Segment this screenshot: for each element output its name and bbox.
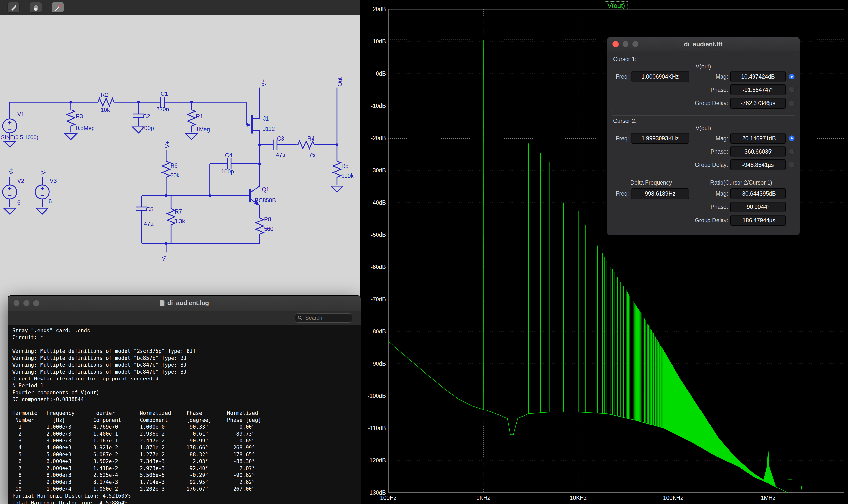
resistor-R2[interactable] — [96, 98, 115, 106]
component-value[interactable]: 6 — [49, 198, 52, 204]
net-flag-vminus[interactable]: V- — [40, 169, 47, 175]
cursor1-phase-radio[interactable] — [789, 87, 795, 93]
voltage-source-V3[interactable] — [35, 185, 49, 199]
capacitor-C2[interactable] — [133, 114, 144, 118]
resistor-R3[interactable] — [67, 108, 75, 127]
close-button[interactable] — [13, 300, 20, 306]
log-titlebar[interactable]: di_audient.log — [8, 295, 361, 311]
component-label[interactable]: C1 — [161, 91, 168, 97]
wires[interactable] — [10, 88, 337, 252]
search-field[interactable] — [295, 313, 352, 323]
probe-tool-button[interactable] — [52, 2, 64, 13]
net-flag-vplus[interactable]: V+ — [164, 141, 170, 148]
capacitor-C3[interactable] — [273, 140, 277, 150]
component-label[interactable]: C4 — [225, 152, 232, 159]
component-label[interactable]: R7 — [175, 209, 182, 215]
component-value[interactable]: 100p — [141, 125, 154, 131]
resistor-R5[interactable] — [333, 160, 341, 178]
component-value[interactable]: 3.3k — [174, 218, 185, 224]
delta-freq-value[interactable]: 998.6189Hz — [631, 188, 689, 199]
component-value[interactable]: 1Meg — [196, 126, 210, 133]
component-value[interactable]: BC850B — [255, 197, 276, 203]
component-value[interactable]: SINE(0 5 1000) — [1, 134, 38, 140]
component-value[interactable]: 6 — [17, 199, 20, 206]
net-flag-vplus[interactable]: V+ — [8, 167, 14, 175]
close-button[interactable] — [613, 41, 619, 47]
component-value[interactable]: 10k — [101, 107, 110, 113]
net-flag-vminus[interactable]: V- — [161, 256, 167, 261]
fft-cursor-dialog[interactable]: di_audient.fft Cursor 1: V(out) Freq: 1.… — [607, 37, 800, 235]
voltage-source-V2[interactable] — [3, 185, 17, 199]
cursor1-mag-radio[interactable] — [789, 74, 795, 79]
dialog-titlebar[interactable]: di_audient.fft — [607, 37, 799, 51]
trace-label[interactable]: V(out) — [605, 1, 628, 10]
component-label[interactable]: R1 — [196, 113, 203, 120]
jfet-J1[interactable] — [247, 115, 252, 133]
cursor2-phase-value[interactable]: -360.66035° — [730, 146, 786, 157]
cursor2-freq-value[interactable]: 1.9993093KHz — [631, 133, 689, 144]
component-value[interactable]: 100k — [341, 173, 354, 179]
resistor-R4[interactable] — [296, 141, 315, 149]
component-label[interactable]: R8 — [264, 216, 271, 222]
cursor1-freq-value[interactable]: 1.0006904KHz — [631, 71, 689, 82]
resistor-R1[interactable] — [188, 108, 195, 127]
wire-tool-button[interactable] — [7, 2, 20, 13]
cursor2-mag-value[interactable]: -20.146971dB — [730, 133, 786, 144]
minimize-button[interactable] — [623, 41, 629, 47]
component-label[interactable]: C3 — [277, 136, 284, 142]
component-value[interactable]: 47µ — [144, 221, 154, 227]
resistor-R7[interactable] — [167, 207, 175, 226]
component-label[interactable]: R2 — [101, 92, 108, 98]
cursor1-group-delay-value[interactable]: -762.37346µs — [730, 98, 786, 109]
zoom-button[interactable] — [632, 41, 638, 47]
pan-tool-button[interactable] — [30, 2, 42, 13]
delta-mag-value[interactable]: -30.644395dB — [730, 188, 786, 199]
net-flag-vplus[interactable]: V+ — [260, 79, 267, 86]
ground-symbol[interactable] — [4, 141, 16, 147]
component-value[interactable]: 100p — [221, 168, 234, 175]
delta-group-delay-value[interactable]: -186.47944µs — [730, 215, 786, 226]
voltage-source-V1[interactable] — [3, 119, 17, 133]
cursor2-mag-radio[interactable] — [789, 136, 795, 141]
component-value[interactable]: 0.5Meg — [76, 125, 95, 131]
ground-symbol[interactable] — [36, 208, 48, 214]
component-value[interactable]: 30k — [170, 172, 180, 179]
component-label[interactable]: R3 — [76, 113, 83, 120]
cursor2-group-delay-value[interactable]: -948.8541µs — [730, 160, 786, 170]
cursor1-phase-value[interactable]: -91.564747° — [730, 85, 786, 95]
component-value[interactable]: 47µ — [276, 151, 286, 158]
minimize-button[interactable] — [23, 300, 30, 306]
component-label[interactable]: Q1 — [262, 186, 269, 193]
ground-symbol[interactable] — [331, 186, 343, 192]
net-flag-out[interactable]: Out — [337, 77, 343, 87]
component-label[interactable]: C2 — [143, 113, 150, 120]
component-label[interactable]: V2 — [17, 178, 24, 184]
capacitor-C5[interactable] — [136, 207, 147, 211]
component-value[interactable]: J112 — [263, 126, 275, 132]
component-label[interactable]: J1 — [263, 115, 269, 122]
component-label[interactable]: V3 — [50, 178, 57, 184]
resistor-R8[interactable] — [256, 216, 264, 235]
cursor2-group-delay-radio[interactable] — [789, 162, 795, 168]
zoom-button[interactable] — [33, 300, 39, 306]
component-label[interactable]: R5 — [341, 163, 348, 169]
ground-symbol[interactable] — [65, 133, 77, 140]
log-line: N-Period=1 — [12, 382, 361, 389]
search-input[interactable] — [305, 314, 347, 321]
component-label[interactable]: R6 — [170, 162, 177, 169]
resistor-R6[interactable] — [162, 160, 170, 178]
ground-symbol[interactable] — [4, 208, 16, 214]
component-value[interactable]: 220n — [156, 106, 169, 112]
cursor1-group-delay-radio[interactable] — [789, 100, 795, 106]
component-value[interactable]: 75 — [309, 151, 315, 158]
cursor2-phase-radio[interactable] — [789, 149, 795, 155]
schematic-canvas[interactable]: V1 SINE(0 5 1000) R2 10k R3 0.5Meg C1 22… — [0, 15, 360, 288]
component-label[interactable]: C5 — [146, 206, 153, 213]
component-label[interactable]: R4 — [307, 136, 315, 142]
delta-phase-value[interactable]: 90.9044° — [730, 201, 786, 212]
component-label[interactable]: V1 — [17, 111, 24, 118]
component-value[interactable]: 560 — [264, 226, 273, 232]
ground-symbol[interactable] — [185, 133, 197, 140]
cursor1-mag-value[interactable]: 10.497424dB — [730, 71, 786, 82]
capacitor-C4[interactable] — [227, 159, 231, 169]
